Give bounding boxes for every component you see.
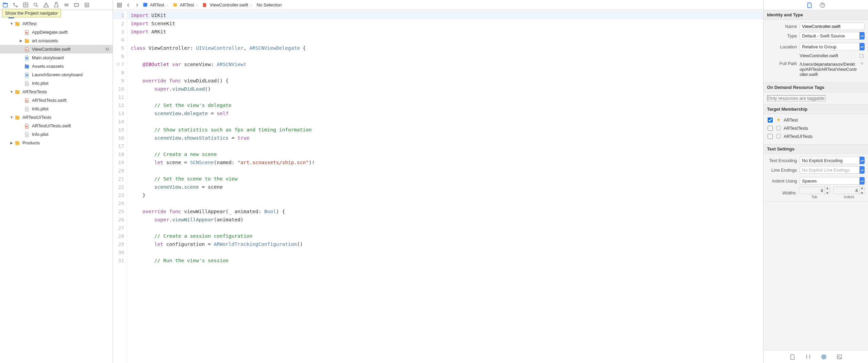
code-line[interactable]: let scene = SCNScene(named: "art.scnasse… (127, 158, 763, 167)
code-line[interactable]: let configuration = ARWorldTrackingConfi… (127, 240, 763, 248)
folder-chooser-icon[interactable] (859, 53, 865, 58)
breadcrumb-file[interactable]: ViewController.swift› (201, 2, 255, 8)
breakpoint-navigator-tab[interactable] (71, 0, 82, 10)
code-line[interactable]: sceneView.showsStatistics = true (127, 134, 763, 142)
line-number: 5 (113, 44, 124, 52)
encoding-select[interactable]: No Explicit Encoding▴▾ (800, 157, 865, 164)
tree-row[interactable]: ▼ARTestUITests (0, 113, 113, 122)
line-number: 24 (113, 199, 124, 207)
target-icon (775, 133, 782, 139)
code-line[interactable]: class ViewController: UIViewController, … (127, 44, 763, 52)
project-icon (143, 2, 148, 8)
code-line[interactable]: sceneView.delegate = self (127, 109, 763, 117)
location-label: Location (767, 44, 797, 49)
code-line[interactable]: super.viewDidLoad() (127, 85, 763, 93)
disclosure-icon[interactable]: ▶ (19, 39, 23, 43)
code-line[interactable] (127, 142, 763, 150)
tree-row[interactable]: ▼ARTestTests (0, 88, 113, 96)
tree-row[interactable]: LaunchScreen.storyboard (0, 70, 113, 79)
tab-width-input[interactable]: 4▴▾ (799, 187, 830, 194)
media-library-icon[interactable] (836, 354, 842, 360)
inspector-body: Identity and Type Name Type Default - Sw… (764, 10, 868, 350)
tree-row[interactable]: ▶Products (0, 139, 113, 147)
tree-row[interactable]: ARTestTests.swift (0, 96, 113, 105)
related-items-icon[interactable] (115, 1, 124, 10)
code-line[interactable]: import ARKit (127, 28, 763, 36)
code-line[interactable] (127, 68, 763, 77)
code-body[interactable]: import UIKitimport SceneKitimport ARKitc… (127, 10, 763, 363)
disclosure-icon[interactable]: ▼ (10, 90, 14, 94)
lineendings-select[interactable]: No Explicit Line Endings▴▾ (800, 166, 865, 174)
name-input[interactable] (800, 22, 865, 30)
reveal-icon[interactable] (859, 61, 865, 66)
code-line[interactable] (127, 36, 763, 44)
code-line[interactable]: // Create a session configuration (127, 232, 763, 240)
location-select[interactable]: Relative to Group▴▾ (800, 43, 865, 50)
code-line[interactable]: // Show statistics such as fps and timin… (127, 126, 763, 134)
svg-point-3 (34, 3, 37, 6)
navigator-tabs: Show the Project navigator (0, 0, 113, 10)
disclosure-icon[interactable]: ▶ (10, 141, 14, 145)
code-line[interactable]: super.viewWillAppear(animated) (127, 216, 763, 224)
code-line[interactable]: // Run the view's session (127, 256, 763, 265)
breadcrumb-folder[interactable]: ARTest› (171, 2, 201, 8)
code-line[interactable] (127, 52, 763, 60)
code-line[interactable]: // Create a new scene (127, 150, 763, 158)
object-library-icon[interactable] (821, 354, 827, 360)
target-checkbox[interactable] (768, 117, 773, 123)
code-line[interactable] (127, 224, 763, 232)
code-line[interactable] (127, 248, 763, 256)
tree-row[interactable]: Main.storyboard (0, 53, 113, 62)
report-navigator-tab[interactable] (82, 0, 92, 10)
code-line[interactable] (127, 93, 763, 101)
tree-row[interactable]: Info.plist (0, 105, 113, 113)
file-inspector-tab[interactable] (806, 2, 813, 8)
code-line[interactable]: override func viewDidLoad() { (127, 77, 763, 85)
code-line[interactable]: // Set the view's delegate (127, 101, 763, 109)
code-line[interactable]: import UIKit (127, 11, 763, 19)
line-number: 20 (113, 167, 124, 175)
disclosure-icon[interactable]: ▼ (10, 22, 14, 26)
line-number: 23 (113, 191, 124, 199)
code-line[interactable]: } (127, 191, 763, 199)
disclosure-icon[interactable]: ▼ (10, 115, 14, 119)
code-line[interactable]: override func viewWillAppear(_ animated:… (127, 207, 763, 216)
code-editor[interactable]: 1234567891011121314151617181920212223242… (113, 10, 763, 363)
file-tree[interactable]: ▼ARTest▼ARTestAppDelegate.swift▶art.scna… (0, 10, 113, 363)
code-line[interactable] (127, 117, 763, 126)
code-line[interactable]: import SceneKit (127, 19, 763, 28)
code-line[interactable] (127, 199, 763, 207)
file-template-library-icon[interactable] (789, 354, 796, 360)
forward-icon[interactable] (133, 1, 141, 10)
quick-help-tab[interactable] (819, 2, 825, 8)
breadcrumb-project[interactable]: ARTest› (141, 2, 171, 8)
line-number: 17 (113, 142, 124, 150)
tree-item-label: ARTestTests.swift (32, 98, 113, 103)
type-select[interactable]: Default - Swift Source▴▾ (800, 32, 865, 40)
code-snippet-library-icon[interactable] (805, 354, 811, 360)
breadcrumb-selection[interactable]: No Selection (255, 2, 283, 7)
tree-row[interactable]: ARTestUITests.swift (0, 122, 113, 130)
target-row: ARTest (767, 117, 865, 123)
tree-row[interactable]: Assets.xcassets (0, 62, 113, 70)
tree-row[interactable]: Info.plist (0, 79, 113, 88)
tree-row[interactable]: ViewController.swiftM (0, 45, 113, 53)
tree-row[interactable]: ▶art.scnassets (0, 36, 113, 45)
tree-row[interactable]: ▼ARTest (0, 19, 113, 28)
debug-navigator-tab[interactable] (61, 0, 71, 10)
svg-rect-12 (120, 5, 121, 7)
line-number: 18 (113, 150, 124, 158)
indent-width-input[interactable]: 4▴▾ (833, 187, 865, 194)
storyboard-icon (24, 72, 30, 78)
code-line[interactable]: sceneView.scene = scene (127, 183, 763, 191)
target-checkbox[interactable] (768, 134, 773, 139)
code-line[interactable] (127, 167, 763, 175)
code-line[interactable]: @IBOutlet var sceneView: ARSCNView! (127, 60, 763, 68)
code-line[interactable]: // Set the scene to the view (127, 175, 763, 183)
target-checkbox[interactable] (768, 126, 773, 131)
indent-using-select[interactable]: Spaces▴▾ (800, 177, 865, 185)
tree-row[interactable]: AppDelegate.swift (0, 28, 113, 36)
back-icon[interactable] (124, 1, 133, 10)
tree-row[interactable]: Info.plist (0, 130, 113, 139)
plist-icon (24, 106, 30, 112)
